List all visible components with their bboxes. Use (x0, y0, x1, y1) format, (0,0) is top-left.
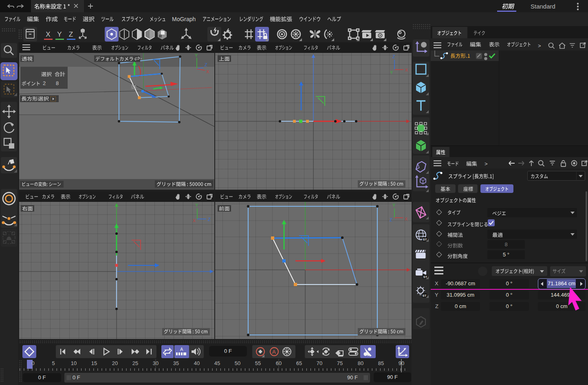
svg-text:Y: Y (57, 31, 62, 38)
svg-text:>: > (484, 161, 488, 167)
svg-text:75: 75 (337, 360, 343, 366)
svg-text:35: 35 (173, 360, 179, 366)
svg-text:Y: Y (392, 203, 396, 208)
svg-text:A: A (180, 347, 183, 352)
svg-text:Y: Y (195, 53, 198, 58)
svg-text:65: 65 (296, 360, 302, 366)
svg-text:40: 40 (194, 360, 200, 366)
svg-text:A: A (272, 349, 276, 355)
svg-text:X: X (405, 217, 408, 221)
svg-text:X: X (46, 31, 50, 38)
svg-text:70: 70 (317, 360, 322, 366)
svg-text:0: 0 (31, 360, 34, 366)
svg-text:10: 10 (71, 360, 77, 366)
svg-text:Y: Y (195, 203, 198, 208)
svg-text:55: 55 (255, 360, 261, 366)
svg-text:Z: Z (208, 217, 211, 222)
svg-text:Z: Z (69, 31, 73, 38)
svg-text:Z: Z (390, 217, 392, 222)
svg-text:25: 25 (132, 360, 138, 366)
svg-text:45: 45 (214, 360, 220, 366)
svg-text:20: 20 (112, 360, 118, 366)
svg-text:Z: Z (205, 62, 207, 67)
svg-text:X: X (405, 68, 408, 72)
svg-text:5: 5 (52, 360, 55, 366)
svg-text:85: 85 (378, 360, 384, 366)
svg-text:15: 15 (91, 360, 97, 366)
svg-text:>: > (538, 43, 541, 49)
svg-text:X: X (206, 69, 209, 74)
svg-text:50: 50 (235, 360, 240, 366)
svg-text:Y: Y (390, 70, 393, 75)
svg-text:X: X (193, 218, 196, 223)
svg-text:Z: Z (392, 54, 395, 59)
svg-text:80: 80 (358, 360, 363, 366)
